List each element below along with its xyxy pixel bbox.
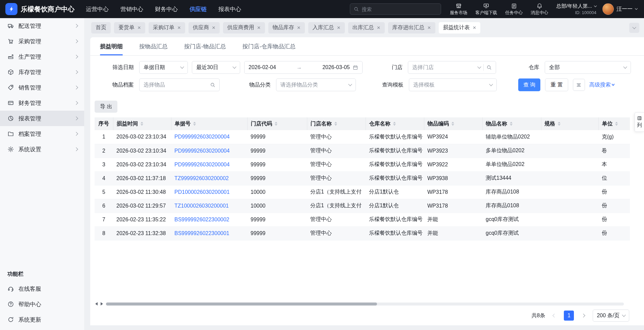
scroll-right-arrow[interactable]: [101, 302, 103, 306]
service-market-button[interactable]: 服务市场: [450, 3, 467, 16]
column-settings-button[interactable]: 列: [635, 112, 644, 132]
nav-report-center[interactable]: 报表中心: [218, 5, 241, 13]
tab-by-item-summary[interactable]: 按物品汇总: [139, 37, 168, 55]
sidebar-item-sales[interactable]: 销售管理: [0, 80, 84, 95]
client-download-button[interactable]: 客户端下载: [475, 3, 497, 16]
tab-home[interactable]: 首页: [91, 22, 111, 34]
table-row[interactable]: 5 2026-03-02 11:30:48 PD1000026030200001…: [95, 185, 630, 199]
scrollbar-track[interactable]: [106, 302, 624, 306]
close-icon[interactable]: ×: [212, 25, 215, 31]
col-item-name[interactable]: 物品名称: [482, 117, 541, 130]
nav-supply-chain[interactable]: 供应链: [190, 5, 207, 13]
col-doc-no[interactable]: 单据号: [171, 117, 247, 130]
tab-profit-loss-report[interactable]: 损益统计表×: [439, 22, 481, 34]
app-logo[interactable]: [5, 3, 17, 15]
table-row[interactable]: 2 2026-03-02 23:10:34 PD9999926030200004…: [95, 144, 630, 158]
global-search-input[interactable]: [362, 6, 437, 12]
query-button[interactable]: 查 询: [518, 78, 540, 91]
tab-purchase-order[interactable]: 采购订单×: [149, 22, 185, 34]
close-icon[interactable]: ×: [473, 25, 476, 31]
table-row[interactable]: 8 2026-02-23 11:32:38 BS9999926022300001…: [95, 226, 630, 240]
advanced-search-toggle[interactable]: 高级搜索: [589, 81, 614, 89]
sidebar-item-online-service[interactable]: 在线客服: [0, 281, 84, 296]
reset-button[interactable]: 重 置: [545, 78, 568, 91]
doc-no-link[interactable]: BS9999926022300001: [171, 226, 247, 240]
doc-no-link[interactable]: PD1000026030200001: [171, 185, 247, 199]
col-time[interactable]: 损益时间: [113, 117, 171, 130]
close-icon[interactable]: ×: [337, 25, 340, 31]
org-id: ID: 100004: [556, 10, 596, 15]
current-page[interactable]: 1: [564, 311, 574, 321]
tab-stock-inout-summary[interactable]: 库存进出汇总×: [388, 22, 435, 34]
date-preset-select[interactable]: 最近30日: [192, 61, 240, 74]
table-row[interactable]: 6 2026-03-02 11:29:57 TZ1000026030200001…: [95, 199, 630, 213]
close-icon[interactable]: ×: [428, 25, 431, 31]
tab-supplier-fee[interactable]: 供应商费用×: [223, 22, 265, 34]
nav-finance-center[interactable]: 财务中心: [155, 5, 178, 13]
user-menu[interactable]: 汪一一: [602, 3, 637, 15]
col-store-name[interactable]: 门店名称: [307, 117, 366, 130]
next-page-button[interactable]: [579, 311, 588, 320]
sidebar-item-finance[interactable]: 财务管理: [0, 95, 84, 111]
date-type-select[interactable]: 单据日期: [139, 61, 188, 74]
doc-no-link[interactable]: PD9999926030200004: [171, 144, 247, 158]
close-icon[interactable]: ×: [257, 25, 261, 31]
sidebar-item-settings[interactable]: 系统设置: [0, 142, 84, 157]
task-center-button[interactable]: 任务中心: [505, 3, 523, 16]
sidebar-item-purchase[interactable]: 采购管理: [0, 34, 84, 49]
filter-config-button[interactable]: [573, 79, 585, 91]
sidebar-item-reports[interactable]: 报表管理: [0, 111, 84, 126]
doc-no-link[interactable]: PD9999926030200004: [171, 130, 247, 144]
close-icon[interactable]: ×: [377, 25, 380, 31]
search-icon[interactable]: [210, 82, 215, 88]
table-row[interactable]: 7 2026-02-23 11:35:22 BS9999926022300002…: [95, 213, 630, 226]
scroll-left-arrow[interactable]: [95, 302, 98, 306]
close-icon[interactable]: ×: [138, 25, 141, 31]
global-search[interactable]: [350, 3, 441, 15]
nav-marketing-center[interactable]: 营销中心: [120, 5, 143, 13]
close-icon[interactable]: ×: [297, 25, 301, 31]
doc-no-link[interactable]: TZ9999926030200002: [171, 171, 247, 185]
col-item-code[interactable]: 物品编码: [424, 117, 482, 130]
doc-no-link[interactable]: PD9999926030200004: [171, 158, 247, 171]
template-select[interactable]: 选择模板: [409, 78, 497, 91]
sidebar-item-archives[interactable]: 档案管理: [0, 126, 84, 142]
nav-operations-center[interactable]: 运营中心: [86, 5, 109, 13]
sidebar-item-system-update[interactable]: 系统更新: [0, 312, 84, 327]
sidebar-item-help-center[interactable]: 帮助中心: [0, 296, 84, 312]
category-select[interactable]: 请选择物品分类: [276, 78, 356, 91]
page-size-select[interactable]: 200 条/页: [593, 310, 629, 322]
sidebar-item-inventory[interactable]: 库存管理: [0, 64, 84, 80]
col-store-code[interactable]: 门店代码: [247, 117, 307, 130]
warehouse-select[interactable]: 全部: [545, 61, 631, 74]
sidebar-item-delivery[interactable]: 配送管理: [0, 18, 84, 34]
item-search-input[interactable]: [139, 78, 220, 91]
store-select[interactable]: 选择门店: [408, 61, 496, 74]
message-center-button[interactable]: 消息中心: [531, 3, 548, 16]
table-row[interactable]: 4 2026-03-02 11:37:18 TZ9999926030200002…: [95, 171, 630, 185]
table-row[interactable]: 3 2026-03-02 23:10:34 PD9999926030200004…: [95, 158, 630, 171]
doc-no-link[interactable]: BS9999926022300002: [171, 213, 247, 226]
table-row[interactable]: 1 2026-03-02 23:10:34 PD9999926030200004…: [95, 130, 630, 144]
tab-profit-loss-detail[interactable]: 损益明细: [100, 37, 123, 55]
col-warehouse[interactable]: 仓库名称: [366, 117, 424, 130]
tab-request-order[interactable]: 要货单×: [114, 22, 145, 34]
col-spec[interactable]: 规格: [541, 117, 598, 130]
search-icon[interactable]: [486, 65, 492, 70]
tabs-collapse-button[interactable]: [629, 23, 639, 33]
tab-item-stock[interactable]: 物品库存×: [268, 22, 305, 34]
date-range-picker[interactable]: 2026-02-04 → 2026-03-05: [244, 61, 363, 74]
tab-supplier[interactable]: 供应商×: [189, 22, 220, 34]
col-unit[interactable]: 单位: [598, 117, 630, 130]
prev-page-button[interactable]: [550, 311, 559, 320]
export-button[interactable]: 导 出: [95, 101, 117, 113]
tab-by-store-item-summary[interactable]: 按门店-物品汇总: [184, 37, 226, 55]
tab-outbound-summary[interactable]: 出库汇总×: [348, 22, 385, 34]
tab-inbound-summary[interactable]: 入库汇总×: [308, 22, 345, 34]
doc-no-link[interactable]: TZ1000026030200001: [171, 199, 247, 213]
org-switcher[interactable]: 总部/年轻人第... ID: 100004: [556, 3, 596, 15]
close-icon[interactable]: ×: [177, 25, 181, 31]
tab-by-store-warehouse-item-summary[interactable]: 按门店-仓库物品汇总: [243, 37, 296, 55]
scrollbar-thumb[interactable]: [106, 302, 377, 306]
sidebar-item-production[interactable]: 生产管理: [0, 49, 84, 64]
